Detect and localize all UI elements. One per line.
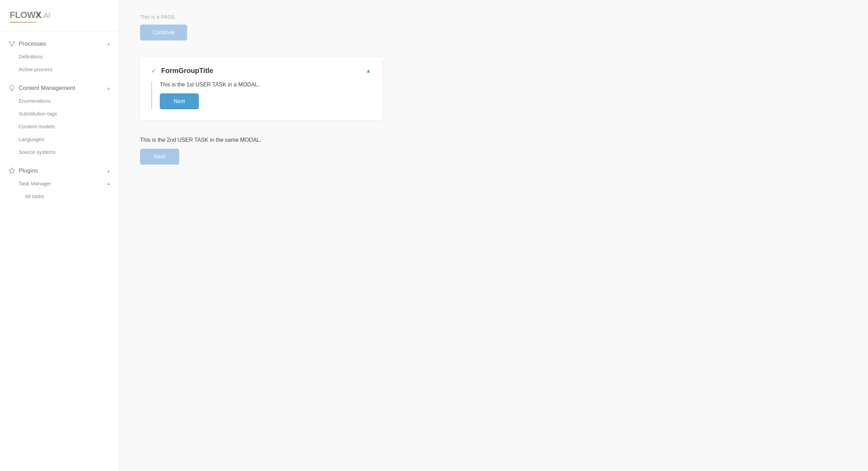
nav-section-header-left-processes: Processes xyxy=(8,40,46,47)
processes-icon xyxy=(8,40,15,47)
logo: FLOWX.AI xyxy=(10,10,109,20)
svg-point-1 xyxy=(13,41,14,43)
svg-line-4 xyxy=(12,43,14,45)
nav-section-header-left-plugins: Plugins xyxy=(8,167,38,174)
processes-label: Processes xyxy=(19,40,46,47)
task-left-border xyxy=(151,82,152,109)
svg-line-3 xyxy=(10,43,12,45)
sidebar-item-all-tasks[interactable]: All tasks xyxy=(0,190,119,203)
user-task-2: This is the 2nd USER TASK in the same MO… xyxy=(140,131,382,170)
plugins-label: Plugins xyxy=(19,167,38,174)
sidebar-item-task-manager[interactable]: Task Manager ▲ xyxy=(0,177,119,190)
task-1-content: This is the 1st USER TASK in a MODAL. Ne… xyxy=(160,82,371,109)
sidebar-item-enumerations[interactable]: Enumerations xyxy=(0,94,119,107)
svg-marker-7 xyxy=(9,168,15,174)
sidebar-item-source-systems[interactable]: Source systems xyxy=(0,146,119,158)
continue-button[interactable]: Continue xyxy=(140,25,187,40)
logo-x: X xyxy=(36,10,41,20)
logo-underline xyxy=(10,22,37,23)
nav-section-header-processes[interactable]: Processes ▲ xyxy=(0,38,119,50)
form-group-collapse-button[interactable]: ▲ xyxy=(366,68,371,74)
form-group-title: FormGroupTitle xyxy=(161,67,213,75)
nav-section-header-content-management[interactable]: Content Management ▲ xyxy=(0,82,119,94)
sidebar: FLOWX.AI Processes ▲ Definitions Active … xyxy=(0,0,119,471)
form-group-header-left: ✓ FormGroupTitle xyxy=(151,67,213,75)
check-icon: ✓ xyxy=(151,67,156,75)
nav-section-plugins: Plugins ▲ Task Manager ▲ All tasks xyxy=(0,158,119,203)
task-2-next-button[interactable]: Next xyxy=(140,149,179,165)
nav-section-header-plugins[interactable]: Plugins ▲ xyxy=(0,165,119,177)
form-group-card: ✓ FormGroupTitle ▲ This is the 1st USER … xyxy=(140,57,382,120)
logo-flow: FLOW xyxy=(10,10,36,20)
form-group-header: ✓ FormGroupTitle ▲ xyxy=(151,67,371,75)
main-content: This is a PAGE. Continue ✓ FormGroupTitl… xyxy=(119,0,868,471)
sidebar-item-definitions[interactable]: Definitions xyxy=(0,50,119,63)
content-management-icon xyxy=(8,85,15,92)
nav-section-content-management: Content Management ▲ Enumerations Substi… xyxy=(0,76,119,158)
task-manager-label: Task Manager xyxy=(19,181,51,186)
task-2-description: This is the 2nd USER TASK in the same MO… xyxy=(140,137,382,143)
processes-chevron: ▲ xyxy=(107,41,111,46)
content-management-chevron: ▲ xyxy=(107,86,111,91)
task-1-next-button[interactable]: Next xyxy=(160,93,199,109)
svg-point-2 xyxy=(11,45,12,46)
sidebar-item-substitution-tags[interactable]: Substitution tags xyxy=(0,107,119,120)
sidebar-item-languages[interactable]: Languages xyxy=(0,133,119,146)
task-1-description: This is the 1st USER TASK in a MODAL. xyxy=(160,82,371,88)
logo-area: FLOWX.AI xyxy=(0,0,119,31)
plugins-chevron: ▲ xyxy=(107,168,111,173)
nav-section-header-left-content-management: Content Management xyxy=(8,85,75,92)
logo-ai: .AI xyxy=(41,11,50,20)
page-hint: This is a PAGE. xyxy=(140,14,847,20)
user-task-1: This is the 1st USER TASK in a MODAL. Ne… xyxy=(151,82,371,109)
sidebar-item-content-models[interactable]: Content models xyxy=(0,120,119,133)
sidebar-item-active-process[interactable]: Active process xyxy=(0,63,119,76)
plugins-icon xyxy=(8,167,15,174)
svg-point-0 xyxy=(9,41,10,43)
content-management-label: Content Management xyxy=(19,85,75,92)
nav-section-processes: Processes ▲ Definitions Active process xyxy=(0,31,119,76)
task-manager-chevron: ▲ xyxy=(107,181,111,186)
